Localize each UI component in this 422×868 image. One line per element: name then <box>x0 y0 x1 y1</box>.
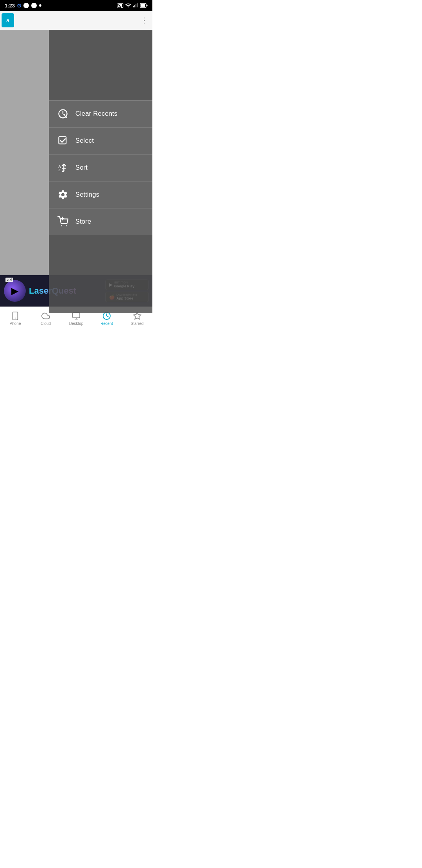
tab-2[interactable] <box>23 13 31 27</box>
ad-logo: ▶ <box>4 280 26 302</box>
nav-label-starred: Starred <box>131 321 144 326</box>
left-dimmed-overlay <box>0 30 49 275</box>
wifi-icon <box>125 2 131 9</box>
sort-label: Sort <box>75 164 88 172</box>
settings-label: Settings <box>75 191 99 199</box>
content-area: Clear Recents Select A Z <box>0 30 152 330</box>
phone-nav-icon <box>11 312 20 320</box>
nav-label-phone: Phone <box>10 321 21 326</box>
svg-rect-1 <box>134 5 135 7</box>
svg-rect-23 <box>73 312 80 317</box>
signal-icon <box>133 3 138 8</box>
nav-label-desktop: Desktop <box>69 321 84 326</box>
tab-1[interactable] <box>15 13 23 27</box>
menu-item-select[interactable]: Select <box>49 127 152 154</box>
battery-icon <box>140 3 148 8</box>
status-left: 1:23 G <box>5 3 41 9</box>
header-tabs: a <box>2 13 138 27</box>
dropdown-top-space <box>49 30 152 100</box>
tab-3[interactable] <box>32 13 40 27</box>
dropdown-menu: Clear Recents Select A Z <box>49 30 152 275</box>
ad-label: Ad <box>5 278 13 282</box>
svg-rect-5 <box>141 4 145 7</box>
status-right <box>117 2 148 9</box>
content-main: Clear Recents Select A Z <box>0 30 152 275</box>
circle-icon-1 <box>23 3 29 8</box>
tab-4[interactable] <box>41 13 48 27</box>
svg-point-18 <box>66 225 67 226</box>
store-icon <box>57 215 69 228</box>
app-header: a ⋮ <box>0 11 152 30</box>
svg-text:Z: Z <box>58 168 61 172</box>
svg-rect-10 <box>59 137 66 144</box>
settings-icon <box>57 188 69 201</box>
select-icon <box>57 135 69 147</box>
clear-recents-icon <box>57 108 69 120</box>
status-bar: 1:23 G <box>0 0 152 11</box>
menu-item-clear-recents[interactable]: Clear Recents <box>49 100 152 127</box>
select-label: Select <box>75 137 94 145</box>
svg-point-17 <box>61 225 62 226</box>
svg-rect-6 <box>147 5 148 6</box>
overflow-menu-button[interactable]: ⋮ <box>138 16 151 25</box>
circle-icon-2 <box>31 3 37 8</box>
nav-label-recent: Recent <box>100 321 113 326</box>
sort-icon: A Z <box>57 161 69 174</box>
google-icon: G <box>17 3 21 9</box>
time-display: 1:23 <box>5 3 15 9</box>
nav-label-cloud: Cloud <box>41 321 51 326</box>
tab-active[interactable]: a <box>2 13 14 27</box>
menu-item-sort[interactable]: A Z Sort <box>49 154 152 181</box>
store-label: Store <box>75 218 91 226</box>
dropdown-bottom-space <box>49 235 152 313</box>
nav-item-phone[interactable]: Phone <box>0 309 30 328</box>
menu-item-store[interactable]: Store <box>49 208 152 235</box>
cast-icon <box>117 2 123 9</box>
svg-rect-3 <box>137 3 138 7</box>
svg-rect-0 <box>133 6 134 7</box>
clear-recents-label: Clear Recents <box>75 110 118 118</box>
svg-rect-2 <box>136 4 136 7</box>
dot-icon <box>39 4 41 7</box>
svg-rect-21 <box>13 312 18 319</box>
menu-item-settings[interactable]: Settings <box>49 181 152 208</box>
